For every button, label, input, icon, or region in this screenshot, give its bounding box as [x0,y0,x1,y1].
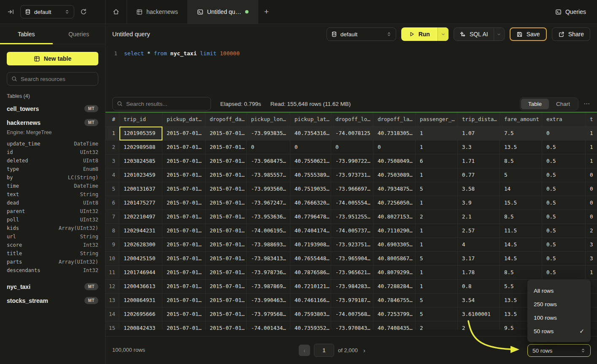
table-cell[interactable]: 1 [586,266,597,280]
table-cell[interactable]: 7.5 [500,127,542,140]
table-cell[interactable]: -74.006195… [247,224,290,238]
table-cell[interactable]: 4 [458,238,500,252]
table-cell[interactable]: 40.7404174… [290,224,331,238]
table-cell[interactable]: 1201023459 [119,168,162,182]
table-cell[interactable]: 0 [373,140,416,154]
table-cell[interactable]: 40.7256050… [373,196,416,210]
page-size-option[interactable]: 250 rows [527,297,591,311]
table-cell[interactable]: 2 [586,224,597,238]
share-button[interactable]: Share [552,27,590,41]
table-cell[interactable]: 2015-07-01… [205,127,247,140]
sql-ai-button[interactable]: SQL AI [454,28,494,40]
table-cell[interactable]: 0 [586,182,597,196]
results-search-input[interactable] [126,101,206,107]
table-cell[interactable]: 1200436613 [119,280,162,294]
table-cell[interactable]: 2015-07-01… [205,266,247,280]
tab-home[interactable] [105,0,127,24]
table-cell[interactable]: 2015-07-01… [205,252,247,266]
table-cell[interactable]: 2015-07-01… [162,210,205,224]
table-cell[interactable]: 40.7359352… [290,321,331,330]
table-cell[interactable]: -73.985557… [247,168,290,182]
table-cell[interactable]: 2.1 [458,210,500,224]
table-cell[interactable]: -73.979187… [331,294,373,307]
table-cell[interactable]: 5 [416,252,458,266]
table-cell[interactable]: 1.78 [458,266,500,280]
table-cell[interactable]: 1 [586,127,597,140]
table-cell[interactable]: 0.8 [458,280,500,294]
table-cell[interactable]: 1200131637 [119,182,162,196]
table-cell[interactable]: 40.7934875… [373,182,416,196]
page-size-option[interactable]: 50 rows✓ [527,324,591,338]
table-cell[interactable]: -73.983413… [247,252,290,266]
table-cell[interactable]: 40.7666320… [290,196,331,210]
page-size-option[interactable]: All rows [527,284,591,297]
tab-untitled-query[interactable]: Untitled qu… [188,0,258,24]
next-page-button[interactable]: › [362,347,367,354]
table-cell[interactable]: 40.7876586… [290,266,331,280]
table-cell[interactable]: 0.5 [542,238,586,252]
column-header[interactable]: # [105,113,119,127]
table-cell[interactable]: -73.979568… [247,307,290,321]
table-cell[interactable]: 2015-07-01… [205,140,247,154]
table-cell[interactable]: 0 [331,140,373,154]
table-cell[interactable]: 3.9 [458,196,500,210]
database-selector[interactable]: default [20,5,74,19]
table-cell[interactable]: 5 [416,182,458,196]
table-cell[interactable]: -73.973731… [331,168,373,182]
table-cell[interactable]: -73.965904… [331,252,373,266]
selected-cell[interactable]: 1201905359 [119,127,162,140]
column-header[interactable]: pickup_lat… [290,113,331,127]
table-cell[interactable]: 1202944231 [119,224,162,238]
sidebar-tab-queries[interactable]: Queries [53,24,105,44]
table-cell[interactable]: 40.7210121… [290,280,331,294]
table-cell[interactable]: 40.8027153… [373,210,416,224]
table-cell[interactable]: -74.001434… [247,321,290,330]
table-cell[interactable]: 40.7193908… [290,238,331,252]
table-cell[interactable]: 2 [416,210,458,224]
tab-hackernews[interactable]: hackernews [127,0,188,24]
table-cell[interactable]: -73.953636… [247,210,290,224]
new-tab-button[interactable]: + [258,0,275,24]
table-cell[interactable]: -74.007568… [331,307,373,321]
table-cell[interactable]: 1200425150 [119,252,162,266]
table-cell[interactable]: -73.951255… [331,210,373,224]
table-cell[interactable]: 3.17 [458,252,500,266]
table-cell[interactable]: 1201475277 [119,196,162,210]
table-cell[interactable]: 0 [586,168,597,182]
table-cell[interactable]: 2015-07-01… [205,238,247,252]
new-table-button[interactable]: New table [7,52,98,65]
table-cell[interactable]: -73.967247… [247,196,290,210]
table-cell[interactable]: 2015-07-01… [205,280,247,294]
table-cell[interactable]: 40.6903305… [373,238,416,252]
table-cell[interactable]: 40.7796478… [290,210,331,224]
table-cell[interactable]: 0.5 [542,252,586,266]
table-cell[interactable]: 0 [586,196,597,210]
table-cell[interactable]: 3 [586,238,597,252]
table-cell[interactable]: 1 [416,140,458,154]
table-cell[interactable]: 2015-07-01… [205,307,247,321]
table-cell[interactable]: 40.8005867… [373,252,416,266]
sidebar-table-cell-towers[interactable]: cell_towers MT [0,102,105,116]
table-cell[interactable]: 0.5 [542,196,586,210]
table-cell[interactable]: -73.993835… [247,127,290,140]
table-cell[interactable]: -73.978736… [247,266,290,280]
table-cell[interactable]: 8.5 [500,154,542,168]
table-cell[interactable]: 2015-07-01… [205,196,247,210]
sidebar-table-nyc-taxi[interactable]: nyc_taxi MT [0,280,105,294]
table-cell[interactable]: -73.984283… [331,280,373,294]
table-cell[interactable]: 0.5 [542,168,586,182]
table-cell[interactable]: 1200864931 [119,294,162,307]
table-cell[interactable]: 2 [416,321,458,330]
table-cell[interactable]: 40.7288284… [373,280,416,294]
table-cell[interactable]: 1201746944 [119,266,162,280]
table-cell[interactable]: 6 [416,154,458,168]
column-header[interactable]: pickup_dat… [162,113,205,127]
table-cell[interactable]: 40.7503089… [373,168,416,182]
table-cell[interactable]: 1202989588 [119,140,162,154]
table-cell[interactable]: 2015-07-01… [205,224,247,238]
column-header[interactable]: trip_id [119,113,162,127]
table-cell[interactable]: 1203824585 [119,154,162,168]
table-cell[interactable]: -73.923751… [331,238,373,252]
prev-page-button[interactable]: ‹ [299,345,310,356]
page-number-input[interactable] [314,344,334,357]
